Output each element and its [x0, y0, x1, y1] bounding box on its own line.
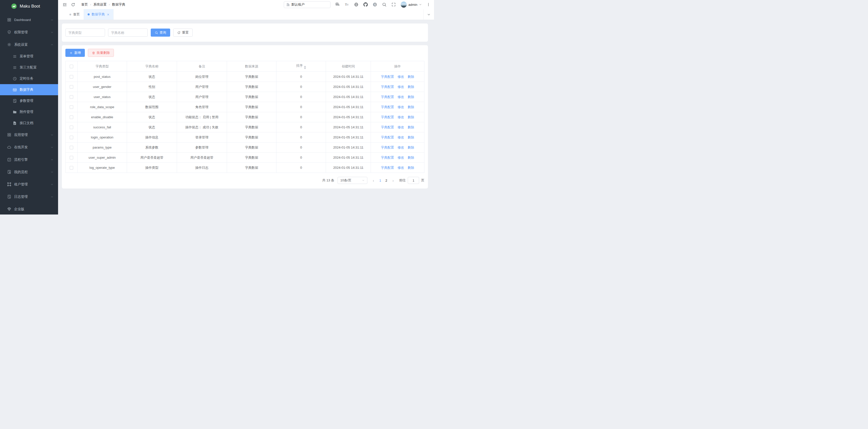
sidebar-item-third-party[interactable]: 第三方配置	[0, 62, 58, 73]
row-select-cell	[66, 92, 78, 102]
font-size-button[interactable]: TT	[345, 2, 349, 7]
app-logo[interactable]: Maku Boot	[0, 0, 58, 12]
row-action-link[interactable]: 修改	[398, 166, 404, 170]
globe-button[interactable]	[354, 2, 359, 7]
sidebar-item-enterprise[interactable]: 企业版	[0, 203, 58, 214]
breadcrumb-system-settings[interactable]: 系统设置	[93, 2, 106, 7]
search-button[interactable]: 查询	[151, 29, 170, 37]
sidebar-item-workflow-engine[interactable]: 流程引擎	[0, 153, 58, 166]
add-button[interactable]: 新增	[65, 49, 85, 57]
goto-page-input[interactable]	[408, 177, 419, 184]
reset-button[interactable]: 重置	[173, 29, 193, 37]
dict-name-input[interactable]	[108, 29, 148, 37]
row-checkbox[interactable]	[70, 75, 73, 79]
breadcrumb-home[interactable]: 首页	[81, 2, 88, 7]
sidebar-item-label: 定时任务	[20, 76, 54, 81]
row-checkbox[interactable]	[70, 136, 73, 139]
search-button[interactable]	[382, 2, 386, 7]
row-checkbox[interactable]	[70, 125, 73, 129]
tab-data-dictionary[interactable]: 数据字典	[84, 9, 114, 20]
sidebar-item-api-docs[interactable]: 接口文档	[0, 117, 58, 128]
sidebar-item-scheduled-tasks[interactable]: 定时任务	[0, 73, 58, 84]
page-number-1[interactable]: 1	[377, 179, 383, 182]
close-tab-icon[interactable]	[107, 13, 110, 16]
page-number-2[interactable]: 2	[383, 179, 389, 182]
row-checkbox[interactable]	[70, 115, 73, 119]
row-action-link[interactable]: 删除	[408, 75, 414, 79]
row-action-link[interactable]: 删除	[408, 115, 414, 119]
row-action-link[interactable]: 修改	[398, 85, 404, 89]
row-action-link[interactable]: 字典配置	[381, 145, 394, 149]
row-checkbox[interactable]	[70, 95, 73, 99]
tenant-select[interactable]: 默认租户	[284, 1, 331, 8]
sidebar-item-dashboard[interactable]: Dashboard	[0, 13, 58, 26]
sidebar-item-my-workflows[interactable]: 我的流程	[0, 166, 58, 178]
sidebar-item-app-mgmt[interactable]: 应用管理	[0, 128, 58, 141]
github-button[interactable]	[363, 2, 368, 7]
sidebar-item-tenant-mgmt[interactable]: 租户管理	[0, 178, 58, 191]
table-header-row: 字典类型 字典名称 备注 数据来源 排序 创建时间 操作	[66, 61, 425, 72]
row-checkbox[interactable]	[70, 105, 73, 109]
row-action-link[interactable]: 删除	[408, 155, 414, 160]
row-action-link[interactable]: 字典配置	[381, 115, 394, 119]
user-menu[interactable]: admin	[401, 1, 422, 7]
gitee-button[interactable]: G	[373, 2, 377, 7]
row-action-link[interactable]: 字典配置	[381, 75, 394, 79]
sidebar-item-menu-mgmt[interactable]: 菜单管理	[0, 51, 58, 62]
row-action-link[interactable]: 修改	[398, 125, 404, 129]
sidebar-item-online-dev[interactable]: 在线开发	[0, 141, 58, 153]
row-action-link[interactable]: 删除	[408, 85, 414, 89]
sort-caret-icon[interactable]	[304, 66, 306, 69]
cell-actions: 字典配置修改删除	[371, 112, 425, 122]
row-action-link[interactable]: 删除	[408, 105, 414, 109]
sidebar-item-data-dictionary[interactable]: 数据字典	[0, 84, 58, 95]
cell-sort: 0	[276, 72, 326, 82]
row-action-link[interactable]: 修改	[398, 105, 404, 109]
cell-created: 2024-01-05 14:31:11	[326, 122, 371, 133]
row-action-link[interactable]: 修改	[398, 145, 404, 149]
next-page-button[interactable]: ›	[390, 178, 396, 183]
tab-home[interactable]: 首页	[66, 9, 84, 20]
row-action-link[interactable]: 修改	[398, 136, 404, 139]
dict-type-input[interactable]	[65, 29, 105, 37]
translate-button[interactable]	[335, 2, 340, 7]
row-action-link[interactable]: 修改	[398, 155, 404, 160]
refresh-icon[interactable]	[71, 2, 75, 7]
row-action-link[interactable]: 删除	[408, 125, 414, 129]
page-size-select[interactable]: 10条/页	[338, 177, 367, 184]
row-action-link[interactable]: 字典配置	[381, 136, 394, 139]
row-checkbox[interactable]	[70, 166, 73, 170]
row-checkbox[interactable]	[70, 85, 73, 89]
select-all-checkbox[interactable]	[70, 65, 73, 68]
sidebar-item-params-mgmt[interactable]: 参数管理	[0, 95, 58, 106]
row-action-link[interactable]: 字典配置	[381, 85, 394, 89]
prev-page-button[interactable]: ‹	[371, 178, 376, 183]
fullscreen-button[interactable]	[391, 2, 396, 7]
row-action-link[interactable]: 字典配置	[381, 125, 394, 129]
sidebar-item-log-mgmt[interactable]: 日志管理	[0, 191, 58, 203]
tab-actions-dropdown[interactable]	[424, 9, 434, 20]
diamond-icon	[7, 207, 11, 211]
sidebar-item-attachments[interactable]: 附件管理	[0, 106, 58, 117]
row-action-link[interactable]: 删除	[408, 166, 414, 170]
row-action-link[interactable]: 修改	[398, 95, 404, 99]
row-action-link[interactable]: 删除	[408, 145, 414, 149]
sidebar-item-permission[interactable]: 权限管理	[0, 26, 58, 38]
table-row: user_status状态用户管理字典数据02024-01-05 14:31:1…	[66, 92, 425, 102]
collapse-sidebar-icon[interactable]	[63, 2, 67, 7]
row-action-link[interactable]: 修改	[398, 75, 404, 79]
row-checkbox[interactable]	[70, 146, 73, 149]
row-action-link[interactable]: 删除	[408, 95, 414, 99]
row-action-link[interactable]: 修改	[398, 115, 404, 119]
more-options-icon[interactable]	[427, 2, 431, 6]
row-action-link[interactable]: 字典配置	[381, 166, 394, 170]
batch-delete-button[interactable]: 批量删除	[88, 49, 114, 57]
row-action-link[interactable]: 字典配置	[381, 105, 394, 109]
sidebar-item-system-settings[interactable]: 系统设置	[0, 38, 58, 51]
row-action-link[interactable]: 删除	[408, 136, 414, 139]
row-select-cell	[66, 112, 78, 122]
row-action-link[interactable]: 字典配置	[381, 155, 394, 160]
cell-created: 2024-01-05 14:31:11	[326, 133, 371, 143]
row-action-link[interactable]: 字典配置	[381, 95, 394, 99]
row-checkbox[interactable]	[70, 156, 73, 160]
